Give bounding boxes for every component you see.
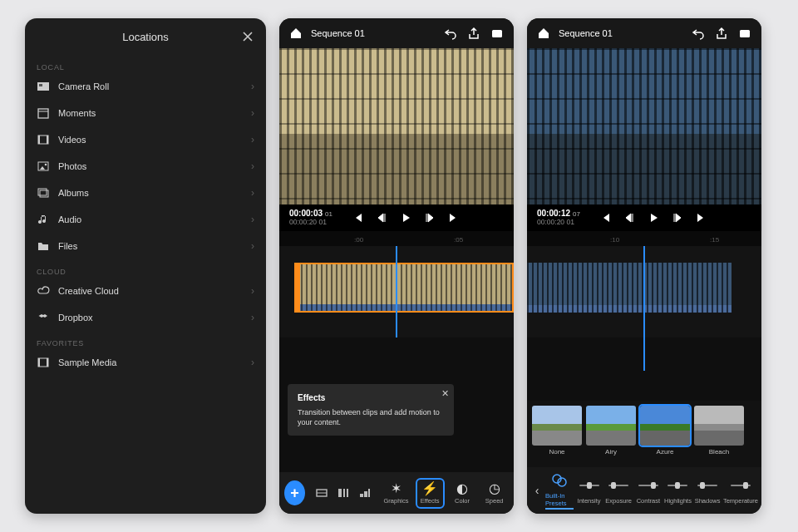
chevron-right-icon: › (251, 134, 254, 145)
svg-marker-8 (40, 166, 45, 170)
timeline[interactable] (527, 246, 761, 337)
share-button[interactable] (466, 25, 482, 42)
frame-forward-button[interactable] (423, 211, 436, 224)
camera-roll-icon (37, 80, 50, 93)
filmstrip-icon (37, 133, 50, 146)
preset-thumb (586, 406, 636, 446)
video-viewer[interactable] (279, 48, 514, 204)
location-label: Files (58, 241, 77, 251)
svg-rect-20 (338, 489, 342, 497)
svg-rect-21 (343, 489, 345, 497)
fullscreen-button[interactable] (736, 25, 753, 42)
track-tool[interactable] (356, 479, 374, 507)
editor-panel-color: Sequence 01 00:00:1207 00:00:20 01 :10 (527, 18, 761, 514)
effects-popup: ✕ Effects Transition between clips and a… (288, 384, 454, 436)
dropbox-icon (37, 311, 50, 324)
speed-tab[interactable]: ◷Speed (480, 480, 509, 507)
locations-panel: Locations LOCAL Camera Roll › Moments › … (25, 18, 266, 514)
svg-rect-24 (364, 491, 367, 497)
adjust-intensity[interactable]: Intensity (575, 476, 603, 505)
undo-button[interactable] (690, 25, 707, 42)
graphics-tab[interactable]: ✶Graphics (380, 480, 411, 507)
location-albums[interactable]: Albums › (25, 180, 266, 206)
undo-button[interactable] (442, 25, 459, 42)
location-moments[interactable]: Moments › (25, 100, 266, 126)
location-label: Creative Cloud (58, 286, 119, 296)
svg-rect-16 (47, 358, 48, 367)
frame-forward-button[interactable] (671, 211, 684, 224)
location-audio[interactable]: Audio › (25, 206, 266, 233)
timeline-clip[interactable] (294, 263, 514, 313)
albums-icon (37, 186, 50, 200)
chevron-right-icon: › (251, 285, 254, 297)
back-button[interactable]: ‹ (530, 484, 544, 497)
color-adjust-bar: ‹ Built-In Presets Intensity Exposure Co… (527, 467, 761, 514)
location-label: Albums (58, 188, 89, 198)
adjust-highlights[interactable]: Highlights (664, 476, 692, 505)
skip-start-button[interactable] (351, 211, 364, 224)
play-button[interactable] (399, 211, 412, 224)
playhead[interactable] (643, 246, 645, 371)
locations-title: Locations (122, 31, 169, 43)
popup-close-button[interactable]: ✕ (441, 387, 449, 400)
music-note-icon (37, 213, 50, 226)
ruler-tick: :15 (710, 236, 719, 244)
adjust-exposure[interactable]: Exposure (604, 476, 633, 505)
edit-tool[interactable] (334, 479, 352, 507)
chevron-right-icon: › (251, 240, 254, 252)
preset-azure[interactable]: Azure (640, 406, 690, 467)
effects-tab[interactable]: ⚡Effects (416, 478, 445, 509)
frame-back-button[interactable] (375, 211, 388, 224)
location-files[interactable]: Files › (25, 233, 266, 259)
location-videos[interactable]: Videos › (25, 126, 266, 153)
location-label: Audio (58, 214, 81, 224)
svg-rect-5 (38, 135, 40, 144)
adjust-shadows[interactable]: Shadows (693, 476, 722, 505)
play-button[interactable] (647, 211, 660, 224)
adjust-temperature[interactable]: Temperature (723, 476, 758, 505)
timeline-ruler[interactable]: :00 :05 (279, 231, 514, 246)
close-button[interactable] (239, 28, 256, 45)
image-icon (37, 160, 50, 173)
preset-none[interactable]: None (532, 406, 582, 467)
bottom-toolbar: + ✶Graphics ⚡Effects ◐Color ◷Speed (279, 472, 514, 514)
location-sample-media[interactable]: Sample Media › (25, 349, 266, 376)
fullscreen-button[interactable] (489, 25, 505, 42)
chevron-right-icon: › (251, 81, 254, 92)
timeline-clip[interactable] (527, 263, 732, 313)
timeline-ruler[interactable]: :10 :15 (527, 231, 761, 246)
location-photos[interactable]: Photos › (25, 153, 266, 180)
timecode-display: 00:00:0301 00:00:20 01 (289, 209, 332, 226)
presets-icon (549, 471, 570, 490)
chevron-right-icon: › (251, 107, 254, 119)
color-tab[interactable]: ◐Color (448, 480, 477, 507)
home-button[interactable] (288, 25, 304, 42)
location-camera-roll[interactable]: Camera Roll › (25, 73, 266, 100)
color-preset-strip[interactable]: None Airy Azure Bleach (527, 401, 761, 467)
frame-back-button[interactable] (623, 211, 636, 224)
timeline[interactable] (279, 246, 514, 337)
home-button[interactable] (535, 25, 552, 42)
skip-end-button[interactable] (447, 211, 461, 224)
location-creative-cloud[interactable]: Creative Cloud › (25, 278, 266, 304)
video-viewer[interactable] (527, 48, 761, 204)
project-tool[interactable] (313, 479, 332, 507)
skip-end-button[interactable] (695, 211, 708, 224)
preset-thumb (640, 406, 690, 446)
clip-trim-handle[interactable] (296, 264, 300, 311)
ruler-tick: :10 (610, 236, 619, 244)
add-media-button[interactable]: + (284, 480, 305, 505)
skip-start-button[interactable] (598, 211, 612, 224)
adjust-contrast[interactable]: Contrast (634, 476, 663, 505)
svg-rect-23 (360, 494, 363, 497)
location-label: Sample Media (58, 357, 116, 367)
svg-rect-22 (347, 489, 348, 497)
chevron-right-icon: › (251, 357, 254, 368)
location-dropbox[interactable]: Dropbox › (25, 304, 266, 331)
preset-airy[interactable]: Airy (586, 406, 636, 467)
adjust-builtin-presets[interactable]: Built-In Presets (545, 471, 574, 510)
share-button[interactable] (713, 25, 730, 42)
preset-bleach[interactable]: Bleach (694, 406, 744, 467)
chevron-right-icon: › (251, 160, 254, 172)
filmstrip-icon (37, 356, 50, 369)
